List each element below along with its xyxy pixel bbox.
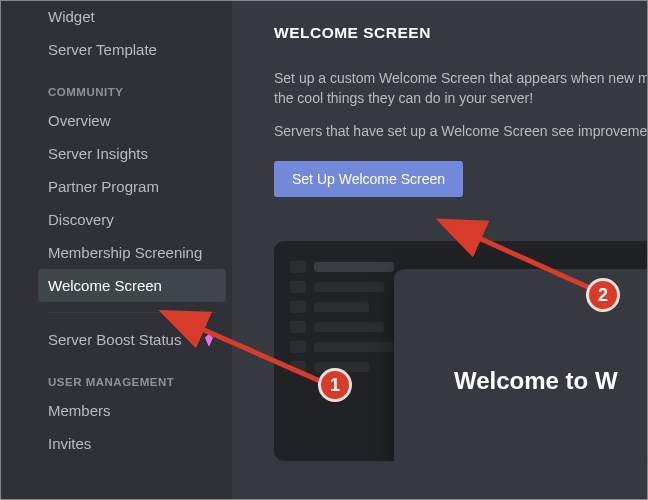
sidebar-item-overview[interactable]: Overview xyxy=(38,104,226,137)
sidebar-heading-community: COMMUNITY xyxy=(38,66,226,104)
preview-welcome-title: Welcome to W xyxy=(394,367,648,395)
sidebar-item-label: Server Template xyxy=(48,41,157,58)
app-root: Widget Server Template COMMUNITY Overvie… xyxy=(0,0,648,500)
sidebar-item-label: Invites xyxy=(48,435,91,452)
sidebar-item-server-template[interactable]: Server Template xyxy=(38,33,226,66)
sidebar-heading-user-mgmt: USER MANAGEMENT xyxy=(38,356,226,394)
sidebar-item-label: Server Boost Status xyxy=(48,331,181,348)
sidebar-item-label: Widget xyxy=(48,8,95,25)
sidebar-item-label: Server Insights xyxy=(48,145,148,162)
page-title: WELCOME SCREEN xyxy=(274,24,648,42)
sidebar-item-label: Members xyxy=(48,402,111,419)
sidebar-item-label: Welcome Screen xyxy=(48,277,162,294)
page-description-line1: Set up a custom Welcome Screen that appe… xyxy=(274,68,648,109)
sidebar-divider xyxy=(48,312,216,313)
welcome-preview-card: Welcome to W xyxy=(274,241,648,461)
preview-modal: Welcome to W xyxy=(394,269,648,461)
sidebar-item-label: Discovery xyxy=(48,211,114,228)
setup-welcome-screen-button[interactable]: Set Up Welcome Screen xyxy=(274,161,463,197)
sidebar-item-label: Membership Screening xyxy=(48,244,202,261)
sidebar-item-partner-program[interactable]: Partner Program xyxy=(38,170,226,203)
sidebar-item-widget[interactable]: Widget xyxy=(38,0,226,33)
settings-content: WELCOME SCREEN Set up a custom Welcome S… xyxy=(232,0,648,500)
page-description-line2: Servers that have set up a Welcome Scree… xyxy=(274,121,648,141)
boost-gem-icon xyxy=(202,333,216,347)
sidebar-item-members[interactable]: Members xyxy=(38,394,226,427)
settings-sidebar: Widget Server Template COMMUNITY Overvie… xyxy=(0,0,232,500)
sidebar-item-invites[interactable]: Invites xyxy=(38,427,226,460)
sidebar-item-label: Partner Program xyxy=(48,178,159,195)
sidebar-item-server-insights[interactable]: Server Insights xyxy=(38,137,226,170)
sidebar-item-membership-screening[interactable]: Membership Screening xyxy=(38,236,226,269)
sidebar-item-discovery[interactable]: Discovery xyxy=(38,203,226,236)
sidebar-item-label: Overview xyxy=(48,112,111,129)
sidebar-item-server-boost[interactable]: Server Boost Status xyxy=(38,323,226,356)
sidebar-item-welcome-screen[interactable]: Welcome Screen xyxy=(38,269,226,302)
